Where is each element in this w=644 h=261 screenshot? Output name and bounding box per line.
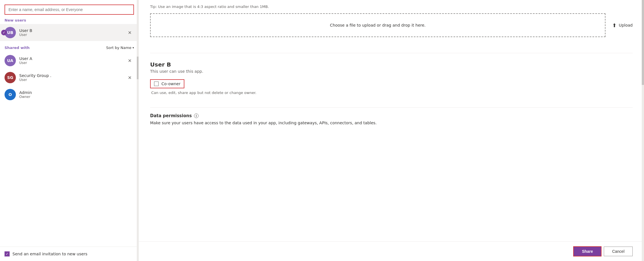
avatar-ua: UA — [5, 55, 16, 66]
upload-icon: ⬆ — [612, 22, 617, 28]
coowner-label: Co-owner — [161, 82, 180, 86]
user-info-admin: Admin Owner — [19, 90, 134, 99]
sort-by-label: Sort by Name — [106, 46, 131, 50]
remove-user-ua-button[interactable]: ✕ — [126, 57, 134, 65]
data-permissions-section: Data permissions i Make sure your users … — [150, 113, 633, 125]
coowner-checkbox[interactable] — [154, 82, 159, 86]
sort-by-dropdown[interactable]: Sort by Name ▾ — [106, 46, 134, 50]
check-icon: ✓ — [1, 30, 7, 35]
user-b-section: User B This user can use this app. Co-ow… — [150, 59, 633, 102]
upload-btn-label: Upload — [619, 23, 633, 27]
right-panel: Tip: Use an image that is 4:3 aspect rat… — [139, 0, 644, 261]
user-info-sg: Security Group . User — [19, 73, 126, 82]
tip-text: Tip: Use an image that is 4:3 aspect rat… — [150, 2, 633, 9]
avatar-sg: SG — [5, 72, 16, 83]
user-info-ub: User B User — [19, 28, 126, 37]
user-name-ub: User B — [19, 28, 126, 33]
user-b-name: User B — [150, 61, 633, 68]
user-name-ua: User A — [19, 56, 126, 61]
tip-area: Tip: Use an image that is 4:3 aspect rat… — [150, 0, 633, 9]
upload-area-text: Choose a file to upload or drag and drop… — [330, 23, 426, 27]
separator-2 — [150, 107, 633, 108]
user-row-admin[interactable]: O Admin Owner — [0, 86, 138, 103]
search-input[interactable] — [5, 5, 134, 15]
upload-row: Choose a file to upload or drag and drop… — [150, 9, 633, 42]
bottom-actions: Share Cancel — [139, 241, 644, 261]
user-b-desc: This user can use this app. — [150, 69, 633, 74]
cancel-button[interactable]: Cancel — [604, 247, 633, 256]
shared-with-label: Shared with — [5, 46, 29, 50]
user-role-ua: User — [19, 61, 126, 65]
info-icon[interactable]: i — [194, 114, 199, 118]
share-button[interactable]: Share — [573, 246, 602, 256]
data-permissions-title-text: Data permissions — [150, 113, 192, 118]
right-scrollbar[interactable] — [642, 0, 644, 261]
left-scrollbar[interactable] — [137, 0, 138, 261]
data-permissions-desc: Make sure your users have access to the … — [150, 121, 633, 125]
left-scrollbar-thumb[interactable] — [137, 57, 138, 79]
user-row-sg[interactable]: SG Security Group . User ✕ — [0, 69, 138, 86]
coowner-desc: Can use, edit, share app but not delete … — [151, 91, 256, 95]
user-row-ua[interactable]: UA User A User ✕ — [0, 52, 138, 69]
new-users-label: New users — [0, 15, 138, 24]
data-permissions-title: Data permissions i — [150, 113, 633, 118]
upload-button[interactable]: ⬆ Upload — [612, 22, 633, 28]
user-info-ua: User A User — [19, 56, 126, 65]
shared-with-header: Shared with Sort by Name ▾ — [0, 41, 138, 52]
user-role-admin: Owner — [19, 95, 134, 99]
send-email-checkbox[interactable]: ✓ — [5, 251, 10, 256]
user-role-ub: User — [19, 33, 126, 37]
left-panel: New users ✓ UB User B User ✕ Shared with… — [0, 0, 139, 261]
user-name-sg: Security Group . — [19, 73, 126, 78]
remove-user-ub-button[interactable]: ✕ — [126, 29, 134, 37]
upload-dropzone[interactable]: Choose a file to upload or drag and drop… — [150, 13, 605, 37]
separator-1 — [150, 53, 633, 53]
send-email-label: Send an email invitation to new users — [12, 252, 88, 256]
remove-user-sg-button[interactable]: ✕ — [126, 74, 134, 82]
send-email-row: ✓ Send an email invitation to new users — [0, 247, 138, 261]
chevron-down-icon: ▾ — [133, 46, 134, 49]
user-name-admin: Admin — [19, 90, 134, 95]
right-scrollbar-thumb[interactable] — [642, 0, 644, 85]
avatar-admin: O — [5, 89, 16, 100]
user-role-sg: User — [19, 78, 126, 82]
coowner-checkbox-row[interactable]: Co-owner — [150, 79, 184, 88]
selected-user-row[interactable]: ✓ UB User B User ✕ — [0, 24, 138, 41]
search-input-wrapper — [0, 0, 138, 15]
